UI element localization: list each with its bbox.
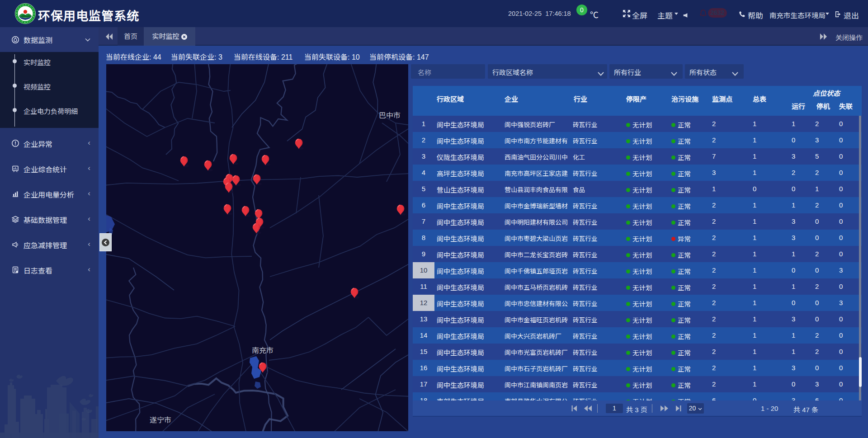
svg-text:巴中市: 巴中市	[379, 112, 401, 119]
svg-text:南充市: 南充市	[252, 347, 274, 354]
svg-text:遂宁市: 遂宁市	[150, 416, 171, 424]
